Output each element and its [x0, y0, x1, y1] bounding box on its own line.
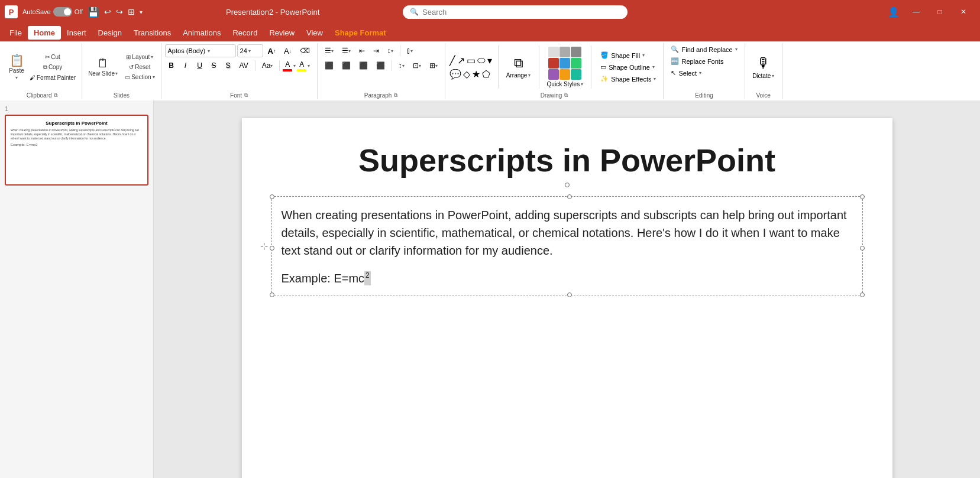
shape-fill-button[interactable]: 🪣 Shape Fill ▾ [597, 50, 659, 60]
handle-tl[interactable] [270, 194, 274, 199]
line-spacing-button[interactable]: ↕▾ [384, 44, 397, 57]
minimize-button[interactable]: — [904, 4, 928, 20]
font-color-button[interactable]: A [283, 60, 292, 71]
shape-arrow[interactable]: ↗ [457, 54, 465, 67]
slide-title[interactable]: Superscripts in PowerPoint [266, 142, 869, 178]
new-slide-button[interactable]: 🗒 New Slide ▾ [86, 56, 120, 78]
redo-button[interactable]: ↪ [116, 7, 123, 17]
copy-button[interactable]: ⧉ Copy [27, 63, 78, 72]
underline-button[interactable]: U [193, 59, 206, 72]
shape-callout[interactable]: 💬 [449, 68, 462, 80]
strikethrough-button[interactable]: S [208, 59, 221, 72]
menu-home[interactable]: Home [28, 26, 61, 40]
case-change-button[interactable]: Aa▾ [258, 59, 277, 72]
drawing-expand[interactable]: ⧉ [564, 92, 568, 99]
menu-animations[interactable]: Animations [177, 26, 227, 40]
justify-button[interactable]: ⬛ [373, 59, 389, 72]
menu-shape-format[interactable]: Shape Format [329, 26, 392, 40]
dictate-button[interactable]: 🎙 Dictate ▾ [749, 54, 778, 80]
account-icon[interactable]: 👤 [888, 6, 900, 18]
text-direction-button[interactable]: ↕▾ [395, 59, 408, 72]
shape-star[interactable]: ★ [471, 68, 481, 80]
menu-transitions[interactable]: Transitions [128, 26, 177, 40]
highlight-color-button[interactable]: A [297, 60, 306, 71]
handle-br[interactable] [860, 292, 865, 297]
menu-insert[interactable]: Insert [61, 26, 92, 40]
bullets-button[interactable]: ☰▾ [321, 44, 337, 57]
rotate-handle[interactable] [565, 183, 570, 187]
drawing-sep3 [591, 45, 591, 89]
clipboard-group: 📋 Paste ▾ ✂ Cut ⧉ Copy 🖌 Format Painter [2, 43, 82, 99]
move-handle[interactable]: ⊹ [260, 240, 268, 251]
handle-ml[interactable] [270, 246, 274, 251]
increase-font-size-button[interactable]: A↑ [264, 44, 279, 57]
convert-smartart-button[interactable]: ⊞▾ [426, 59, 441, 72]
font-size-combo[interactable]: 24 ▾ [237, 44, 263, 57]
shadow-button[interactable]: S [222, 59, 235, 72]
shape-more[interactable]: ▾ [487, 54, 493, 67]
undo-button[interactable]: ↩ [104, 7, 111, 17]
save-button[interactable]: 💾 [88, 6, 99, 18]
restore-button[interactable]: ⊞ [128, 7, 135, 17]
menu-record[interactable]: Record [227, 26, 263, 40]
decrease-font-size-button[interactable]: A↓ [280, 44, 295, 57]
align-right-button[interactable]: ⬛ [355, 59, 371, 72]
shape-outline-button[interactable]: ▭ Shape Outline ▾ [597, 62, 659, 72]
arrange-button[interactable]: ⧉ Arrange ▾ [504, 54, 533, 80]
reset-button[interactable]: ↺ Reset [122, 63, 157, 71]
decrease-indent-button[interactable]: ⇤ [355, 44, 368, 57]
menu-file[interactable]: File [4, 26, 28, 40]
bold-button[interactable]: B [165, 59, 178, 72]
slide-thumbnail[interactable]: Superscripts in PowerPoint When creating… [5, 115, 148, 186]
shapes-row: ╱ ↗ ▭ ⬭ ▾ [449, 54, 493, 67]
maximize-button[interactable]: □ [928, 4, 952, 20]
autosave-toggle[interactable] [53, 7, 72, 17]
shape-diamond[interactable]: ◇ [462, 68, 471, 80]
select-button[interactable]: ↖ Select ▾ [667, 68, 705, 78]
numbering-button[interactable]: ☰▾ [338, 44, 354, 57]
handle-bl[interactable] [270, 292, 274, 297]
canvas-area[interactable]: Superscripts in PowerPoint ⊹ When creati… [154, 100, 980, 478]
replace-fonts-button[interactable]: 🔤 Replace Fonts [667, 56, 727, 66]
char-spacing-button[interactable]: AV [236, 59, 252, 72]
search-bar[interactable]: 🔍 [403, 5, 628, 19]
find-replace-button[interactable]: 🔍 Find and Replace ▾ [667, 44, 740, 54]
quick-styles-button[interactable]: Quick Styles ▾ [545, 45, 586, 89]
font-separator2 [279, 60, 280, 71]
handle-bm[interactable] [567, 292, 572, 297]
text-box[interactable]: ⊹ When creating presentations in PowerPo… [271, 196, 863, 295]
handle-mr[interactable] [860, 246, 865, 251]
body-text[interactable]: When creating presentations in PowerPoin… [282, 206, 853, 259]
example-label: Example: E=mc [282, 272, 365, 285]
shape-effects-button[interactable]: ✨ Shape Effects ▾ [597, 74, 659, 84]
shape-line[interactable]: ╱ [449, 54, 456, 67]
paste-button[interactable]: 📋 Paste ▾ [6, 53, 27, 82]
customize-qat[interactable]: ▾ [140, 9, 143, 15]
font-expand[interactable]: ⧉ [244, 92, 248, 99]
increase-indent-button[interactable]: ⇥ [370, 44, 383, 57]
search-input[interactable] [422, 8, 620, 17]
handle-tm[interactable] [567, 194, 572, 199]
shape-pentagon[interactable]: ⬠ [481, 68, 491, 80]
clear-formatting-button[interactable]: ⌫ [296, 44, 313, 57]
menu-view[interactable]: View [300, 26, 329, 40]
shape-oval[interactable]: ⬭ [477, 54, 486, 67]
align-text-button[interactable]: ⊡▾ [409, 59, 425, 72]
section-button[interactable]: ▭ Section ▾ [122, 73, 157, 82]
slide-canvas[interactable]: Superscripts in PowerPoint ⊹ When creati… [242, 118, 892, 478]
clipboard-expand[interactable]: ⧉ [54, 92, 57, 99]
italic-button[interactable]: I [179, 59, 192, 72]
menu-review[interactable]: Review [263, 26, 300, 40]
cut-button[interactable]: ✂ Cut [27, 53, 78, 61]
align-left-button[interactable]: ⬛ [321, 59, 337, 72]
menu-design[interactable]: Design [92, 26, 128, 40]
paragraph-expand[interactable]: ⧉ [394, 92, 397, 99]
layout-button[interactable]: ⊞ Layout ▾ [122, 53, 157, 61]
format-painter-button[interactable]: 🖌 Format Painter [27, 73, 78, 82]
columns-button[interactable]: ⫿▾ [403, 44, 416, 57]
close-button[interactable]: ✕ [952, 4, 975, 20]
handle-tr[interactable] [860, 194, 865, 199]
shape-rect[interactable]: ▭ [466, 54, 476, 67]
font-name-combo[interactable]: Aptos (Body) ▾ [165, 44, 236, 57]
align-center-button[interactable]: ⬛ [338, 59, 354, 72]
